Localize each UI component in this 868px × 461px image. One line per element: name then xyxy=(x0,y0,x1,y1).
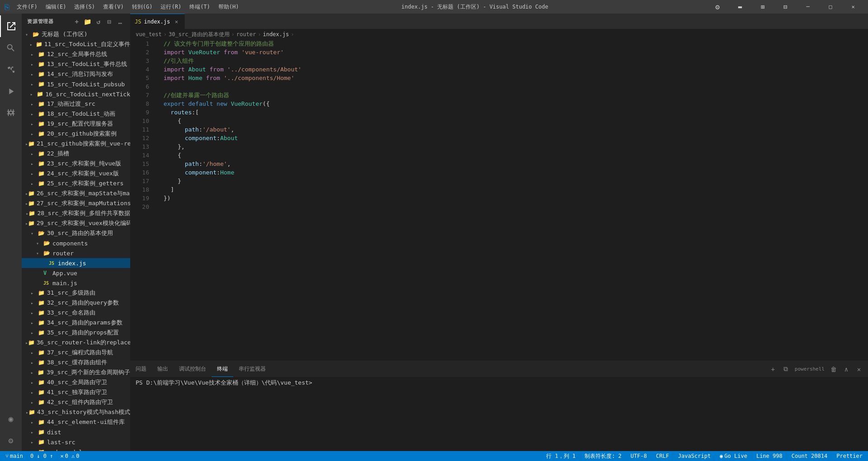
breadcrumb-part-2[interactable]: router xyxy=(236,31,256,38)
tree-item-22[interactable]: ▾📂router xyxy=(22,248,130,258)
refresh-button[interactable]: ↺ xyxy=(94,17,103,26)
language-status[interactable]: JavaScript xyxy=(676,451,712,461)
breadcrumb-part-3[interactable]: index.js xyxy=(263,31,289,38)
layout-button[interactable]: ▬ xyxy=(730,0,750,14)
tab-close-button[interactable]: ✕ xyxy=(173,18,180,25)
tree-item-13[interactable]: ▸📁23_src_求和案例_纯vue版 xyxy=(22,159,130,169)
activity-search[interactable] xyxy=(0,37,22,59)
collapse-all-button[interactable]: ⊟ xyxy=(105,17,114,26)
activity-explorer[interactable] xyxy=(0,15,22,37)
git-branch-status[interactable]: ⑂ main xyxy=(4,451,25,461)
tree-item-8[interactable]: ▸📁18_src_TodoList_动画 xyxy=(22,109,130,119)
line-ending-status[interactable]: CRLF xyxy=(654,451,671,461)
prettier-status[interactable]: Prettier xyxy=(835,451,864,461)
tree-item-42[interactable]: ▸📁node_modules xyxy=(22,447,130,451)
panel-close-button[interactable]: ✕ xyxy=(854,364,864,375)
panel-tab-terminal[interactable]: 终端 xyxy=(212,361,233,377)
trash-terminal-button[interactable]: 🗑 xyxy=(828,364,839,375)
sidebar-more-button[interactable]: … xyxy=(116,17,125,26)
tree-item-16[interactable]: ▸📁26_src_求和案例_mapState与mapGetters xyxy=(22,188,130,198)
tree-item-0[interactable]: ▾📂无标题 (工作区) xyxy=(22,29,130,39)
menu-item-查看(V)[interactable]: 查看(V) xyxy=(99,2,127,12)
tree-item-38[interactable]: ▸📁43_src_history模式与hash模式 xyxy=(22,407,130,417)
menu-item-编辑(E)[interactable]: 编辑(E) xyxy=(42,2,70,12)
tree-item-40[interactable]: ▸📁dist xyxy=(22,427,130,437)
go-live-status[interactable]: ◉ Go Live xyxy=(718,451,749,461)
tree-item-35[interactable]: ▸📁40_src_全局路由守卫 xyxy=(22,377,130,387)
tree-item-41[interactable]: ▸📁last-src xyxy=(22,437,130,447)
new-folder-button[interactable]: 📁 xyxy=(83,17,92,26)
encoding-status[interactable]: UTF-8 xyxy=(629,451,649,461)
menu-item-帮助(H)[interactable]: 帮助(H) xyxy=(215,2,243,12)
tree-item-34[interactable]: ▸📁39_src_两个新的生命周期钩子 xyxy=(22,367,130,377)
tree-item-31[interactable]: ▸📁36_src_router-link的replace属性 xyxy=(22,338,130,348)
breadcrumb-part-0[interactable]: vue_test xyxy=(136,31,162,38)
close-button[interactable]: ✕ xyxy=(843,0,863,14)
errors-status[interactable]: ✕ 0 ⚠ 0 xyxy=(58,451,81,461)
line-count-status[interactable]: Line 998 xyxy=(755,451,784,461)
maximize-button[interactable]: □ xyxy=(820,0,841,14)
tree-item-20[interactable]: ▾📂30_src_路由的基本使用 xyxy=(22,228,130,238)
tree-item-6[interactable]: ▸📁16_src_TodoList_nextTick xyxy=(22,89,130,99)
minimize-button[interactable]: ─ xyxy=(797,0,818,14)
tree-item-5[interactable]: ▸📁15_src_TodoList_pubsub xyxy=(22,79,130,89)
settings-button[interactable]: ⚙ xyxy=(707,0,728,14)
tree-item-10[interactable]: ▸📁20_src_github搜索案例 xyxy=(22,129,130,139)
activity-settings[interactable]: ⚙ xyxy=(0,429,22,451)
activity-extensions[interactable] xyxy=(0,102,22,124)
tree-item-28[interactable]: ▸📁33_src_命名路由 xyxy=(22,308,130,318)
activity-account[interactable]: ◉ xyxy=(0,408,22,429)
word-count-status[interactable]: Count 20814 xyxy=(790,451,829,461)
code-content[interactable]: // 该文件专门用于创建整个应用的路由器 import VueRouter fr… xyxy=(153,39,832,361)
activity-run[interactable] xyxy=(0,80,22,102)
cursor-position-status[interactable]: 行 1，列 1 xyxy=(544,451,577,461)
tree-item-17[interactable]: ▸📁27_src_求和案例_mapMutations与map... xyxy=(22,198,130,208)
tree-item-15[interactable]: ▸📁25_src_求和案例_getters xyxy=(22,179,130,188)
panel-tab-debug[interactable]: 调试控制台 xyxy=(174,361,212,377)
tree-item-25[interactable]: JSmain.js xyxy=(22,278,130,288)
tree-item-23[interactable]: JSindex.js xyxy=(22,258,130,268)
panel-tab-output[interactable]: 输出 xyxy=(152,361,174,377)
tree-item-27[interactable]: ▸📁32_src_路由的query参数 xyxy=(22,298,130,308)
panel-maximize-button[interactable]: ∧ xyxy=(841,364,852,375)
tree-item-11[interactable]: ▸📁21_src_github搜索案例_vue-resource xyxy=(22,139,130,149)
tree-item-2[interactable]: ▸📁12_src_全局事件总线 xyxy=(22,49,130,59)
tree-item-37[interactable]: ▸📁42_src_组件内路由守卫 xyxy=(22,397,130,407)
tree-item-12[interactable]: ▸📁22_插槽 xyxy=(22,149,130,159)
git-sync-status[interactable]: 0 ↓ 0 ↑ xyxy=(28,451,55,461)
panel-tab-serial[interactable]: 串行监视器 xyxy=(233,361,271,377)
new-terminal-button[interactable]: + xyxy=(768,364,778,375)
tree-item-18[interactable]: ▸📁28_src_求和案例_多组件共享数据 xyxy=(22,208,130,218)
tree-item-26[interactable]: ▸📁31_src_多级路由 xyxy=(22,288,130,298)
layout2-button[interactable]: ⊞ xyxy=(752,0,773,14)
terminal-content[interactable]: PS D:\前端学习\Vue\Vue技术全家桶（详细）\代码\vue_test> xyxy=(130,377,868,451)
tree-item-7[interactable]: ▸📁17_动画过渡_src xyxy=(22,99,130,109)
tree-item-14[interactable]: ▸📁24_src_求和案例_vuex版 xyxy=(22,169,130,179)
tree-item-9[interactable]: ▸📁19_src_配置代理服务器 xyxy=(22,119,130,129)
new-file-button[interactable]: + xyxy=(72,17,81,26)
tree-item-29[interactable]: ▸📁34_src_路由的params参数 xyxy=(22,318,130,328)
menu-item-文件(F)[interactable]: 文件(F) xyxy=(13,2,41,12)
menu-item-转到(G)[interactable]: 转到(G) xyxy=(128,2,156,12)
activity-source-control[interactable] xyxy=(0,59,22,80)
tree-item-19[interactable]: ▸📁29_src_求和案例_vuex模块化编码 xyxy=(22,218,130,228)
tree-item-4[interactable]: ▸📁14_src_消息订阅与发布 xyxy=(22,69,130,79)
split-terminal-button[interactable]: ⧉ xyxy=(780,364,791,375)
tree-item-36[interactable]: ▸📁41_src_独享路由守卫 xyxy=(22,387,130,397)
tree-item-30[interactable]: ▸📁35_src_路由的props配置 xyxy=(22,328,130,338)
tree-item-39[interactable]: ▸📁44_src_element-ui组件库 xyxy=(22,417,130,427)
tree-item-24[interactable]: VApp.vue xyxy=(22,268,130,278)
menu-item-终端(T)[interactable]: 终端(T) xyxy=(186,2,214,12)
tree-item-33[interactable]: ▸📁38_src_缓存路由组件 xyxy=(22,358,130,367)
panel-tab-problems[interactable]: 问题 xyxy=(130,361,152,377)
menu-item-运行(R)[interactable]: 运行(R) xyxy=(157,2,185,12)
editor-tab-index-js[interactable]: JS index.js ✕ xyxy=(130,14,185,29)
tree-item-32[interactable]: ▸📁37_src_编程式路由导航 xyxy=(22,348,130,358)
menu-item-选择(S)[interactable]: 选择(S) xyxy=(71,2,99,12)
indentation-status[interactable]: 制表符长度: 2 xyxy=(583,451,623,461)
breadcrumb-part-1[interactable]: 30_src_路由的基本使用 xyxy=(169,31,230,38)
layout3-button[interactable]: ⊟ xyxy=(775,0,796,14)
tree-item-3[interactable]: ▸📁13_src_TodoList_事件总线 xyxy=(22,59,130,69)
tree-item-1[interactable]: ▸📁11_src_TodoList_自定义事件 xyxy=(22,39,130,49)
tree-item-21[interactable]: ▾📂components xyxy=(22,238,130,248)
